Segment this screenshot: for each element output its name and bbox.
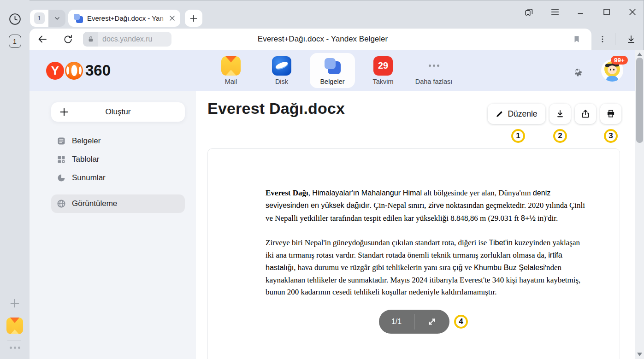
sidebar-item-goruntuleme[interactable]: Görüntüleme	[51, 194, 185, 213]
reload-icon	[63, 34, 73, 45]
back-arrow-icon	[37, 34, 48, 45]
page-scrollbar[interactable]	[635, 50, 644, 359]
minimize-button[interactable]	[576, 7, 586, 17]
hamburger-icon	[550, 7, 560, 17]
app-item-disk[interactable]: Disk	[259, 53, 304, 88]
document-paragraph: Everest Dağı, Himalayalar'ın Mahalangur …	[266, 187, 589, 224]
step-badge-1: 1	[511, 129, 525, 143]
workspace-button[interactable]: 1	[0, 35, 30, 48]
maximize-button[interactable]	[602, 7, 612, 17]
strip-more-button[interactable]	[0, 347, 30, 349]
address-bar: docs.yandex.ru Everest+Dağı.docx - Yande…	[30, 29, 591, 50]
clock-icon	[9, 13, 21, 25]
pencil-icon	[496, 110, 503, 118]
collections-icon	[524, 7, 534, 18]
share-icon	[581, 109, 590, 118]
tab-bar: 1 Everest+Dağı.docx - Yan	[30, 0, 644, 29]
user-avatar[interactable]: 99+	[601, 59, 623, 82]
mail-shortcut-button[interactable]	[0, 318, 30, 334]
site-info-pill[interactable]: docs.yandex.ru	[83, 32, 171, 47]
new-tab-button[interactable]	[185, 10, 202, 27]
expand-icon	[427, 317, 437, 326]
settings-button[interactable]	[571, 65, 584, 77]
app-item-takvim[interactable]: 29 Takvim	[360, 53, 406, 88]
close-window-button[interactable]	[627, 7, 638, 17]
browser-tab[interactable]: Everest+Dağı.docx - Yan	[68, 10, 180, 27]
tab-group-expand[interactable]	[48, 10, 65, 27]
gear-icon	[571, 65, 584, 77]
download-document-button[interactable]	[549, 104, 571, 124]
add-panel-button[interactable]	[0, 298, 30, 309]
app-item-belgeler[interactable]: Belgeler	[310, 53, 355, 88]
tab-group-count: 1	[34, 12, 45, 24]
app-item-more[interactable]: Daha fazlası	[411, 53, 456, 88]
tab-group[interactable]: 1	[30, 10, 65, 27]
docs-sidebar: Oluştur Belgeler Tablolar	[30, 91, 196, 359]
chevron-down-icon	[53, 15, 61, 22]
sidebar-item-sunumlar[interactable]: Sunumlar	[51, 169, 185, 187]
step-badge-3: 3	[604, 129, 618, 143]
step-badge-4: 4	[454, 315, 468, 329]
ellipsis-icon	[10, 347, 20, 349]
download-icon	[555, 109, 565, 118]
bookmark-button[interactable]	[567, 29, 587, 50]
reload-button[interactable]	[58, 29, 78, 50]
printer-icon	[606, 109, 615, 118]
scroll-down-button[interactable]	[635, 351, 644, 358]
docs-favicon-icon	[74, 14, 83, 23]
yandex360-header: Y 360 Mail Disk Belgeler 29	[30, 50, 635, 91]
close-icon	[627, 7, 638, 17]
page-count: 1/1	[379, 318, 414, 326]
domain-text: docs.yandex.ru	[98, 35, 153, 43]
print-document-button[interactable]	[600, 104, 621, 124]
app-switcher: Mail Disk Belgeler 29 Takvim Daha fazlas…	[30, 50, 635, 91]
tab-title: Everest+Dağı.docx - Yan	[87, 14, 169, 22]
triangle-down-icon	[637, 353, 642, 356]
tab-close-icon[interactable]	[169, 15, 176, 22]
fullscreen-button[interactable]	[414, 317, 449, 326]
sidebar-item-belgeler[interactable]: Belgeler	[51, 132, 185, 150]
plus-icon	[59, 107, 69, 117]
browser-side-strip: 1	[0, 0, 30, 359]
strip-divider	[7, 341, 21, 341]
kebab-menu-button[interactable]	[597, 35, 609, 43]
plus-icon	[9, 298, 20, 309]
sidebar-item-tablolar[interactable]: Tablolar	[51, 150, 185, 169]
workspace-badge: 1	[9, 35, 21, 48]
calendar-app-icon: 29	[373, 56, 393, 76]
documents-icon	[57, 136, 66, 146]
page-title: Everest+Dağı.docx - Yandex Belgeler	[212, 29, 433, 50]
browser-window: 1 1 Everest+Dağı.docx - Yan	[0, 0, 644, 359]
downloads-button[interactable]	[622, 34, 640, 44]
mail-icon	[6, 318, 23, 334]
create-button[interactable]: Oluştur	[51, 102, 185, 122]
kebab-icon	[598, 35, 607, 43]
notification-badge: 99+	[611, 56, 628, 65]
plus-icon	[189, 14, 198, 23]
more-apps-icon	[424, 56, 443, 76]
back-button[interactable]	[32, 29, 53, 50]
collections-button[interactable]	[524, 7, 534, 17]
scrollbar-thumb[interactable]	[636, 58, 643, 143]
docs-app-icon	[323, 56, 342, 76]
mail-app-icon	[221, 56, 241, 76]
edit-button[interactable]: Düzenle	[488, 104, 545, 124]
browser-menu-button[interactable]	[550, 7, 560, 17]
scroll-up-button[interactable]	[635, 51, 644, 58]
history-button[interactable]	[0, 13, 30, 25]
document-viewer: Everest Dağı.docx Düzenle	[196, 91, 635, 359]
share-document-button[interactable]	[575, 104, 596, 124]
bookmark-icon	[573, 35, 581, 43]
web-content: Y 360 Mail Disk Belgeler 29	[30, 50, 644, 359]
lock-icon	[83, 32, 98, 47]
page-indicator[interactable]: 1/1	[379, 310, 449, 334]
document-text: Everest Dağı, Himalayalar'ın Mahalangur …	[266, 187, 589, 298]
document-paragraph: Zirveye biri Nepal'in güneydoğusundan çı…	[266, 236, 589, 298]
presentations-icon	[57, 173, 66, 182]
app-item-mail[interactable]: Mail	[208, 53, 254, 88]
step-badge-2: 2	[553, 129, 567, 143]
divider	[615, 33, 615, 45]
minimize-icon	[576, 7, 586, 17]
document-title: Everest Dağı.docx	[207, 100, 345, 118]
globe-icon	[57, 199, 66, 208]
